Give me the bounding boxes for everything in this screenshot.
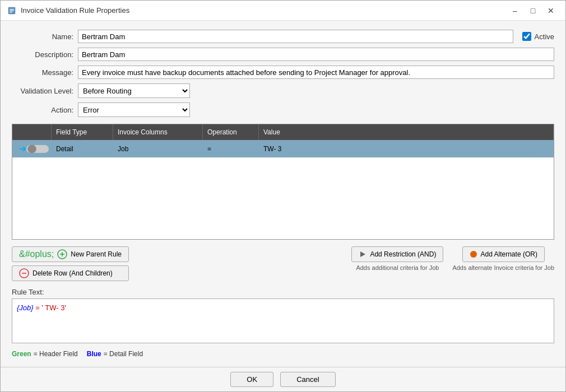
add-circle-icon [57,249,67,259]
cell-operation: = [203,140,259,157]
svg-rect-2 [10,10,14,11]
rules-grid: Field Type Invoice Columns Operation Val… [12,124,554,240]
row-arrow-icon: ➔ [19,143,26,154]
close-button[interactable]: ✕ [543,5,559,16]
description-row: Description: [12,48,554,61]
action-row: Action: Error Warning Information [12,102,554,117]
legend-row: Green = Header Field Blue = Detail Field [12,350,554,358]
description-label: Description: [12,50,73,59]
window-icon [7,6,16,15]
delete-circle-icon [19,268,29,278]
play-icon [359,250,366,258]
table-row[interactable]: ➔ Detail Job = [12,140,554,158]
legend-green-desc: = Header Field [34,350,78,358]
col-header-field-type: Field Type [52,124,113,140]
ok-button[interactable]: OK [230,372,273,387]
grid-body: ➔ Detail Job = [12,140,554,239]
name-input[interactable] [78,30,513,43]
cell-value: TW- 3 [259,140,554,157]
add-restriction-button[interactable]: Add Restriction (AND) [351,246,443,262]
add-alternate-button[interactable]: Add Alternate (OR) [462,246,545,262]
rule-text-label: Rule Text: [12,288,554,296]
message-label: Message: [12,68,73,77]
legend-blue-color: Blue [87,350,101,358]
form-content: Name: Active Description: Message: Valid… [1,21,565,367]
rule-text-section: Rule Text: {Job} = ' TW- 3' [12,288,554,343]
col-header-operation: Operation [203,124,259,140]
window-title: Invoice Validation Rule Properties [21,6,129,15]
cell-field-type: Detail [52,140,113,157]
col-header-indent [12,124,52,140]
active-checkbox[interactable] [522,32,531,41]
name-label: Name: [12,32,73,41]
name-row: Name: Active [12,30,554,43]
rule-job-token: {Job} [17,304,34,312]
validation-level-select[interactable]: Before Routing After Routing Before Appr… [78,83,190,98]
col-header-value: Value [259,124,554,140]
svg-rect-3 [10,12,12,12]
message-row: Message: [12,66,554,79]
maximize-button[interactable]: □ [525,5,541,16]
validation-level-row: Validation Level: Before Routing After R… [12,83,554,98]
cell-invoice-columns: Job [113,140,203,157]
action-buttons-row: &#oplus; New Parent Rule Delete Row (And… [12,246,554,281]
legend-green-color: Green [12,350,31,358]
validation-level-label: Validation Level: [12,87,73,95]
svg-point-10 [470,251,477,258]
toggle-icon [26,145,49,153]
message-input[interactable] [78,66,554,79]
footer: OK Cancel [1,367,565,391]
active-label: Active [535,32,554,41]
cancel-button[interactable]: Cancel [280,372,335,387]
rule-operator: = ' [35,304,43,312]
col-header-invoice-columns: Invoice Columns [113,124,203,140]
main-window: Invoice Validation Rule Properties – □ ✕… [0,0,566,392]
delete-row-button[interactable]: Delete Row (And Children) [12,265,129,281]
legend-blue-desc: = Detail Field [104,350,143,358]
new-parent-rule-button[interactable]: &#oplus; New Parent Rule [12,246,129,262]
minimize-button[interactable]: – [507,5,523,16]
rule-text-box: {Job} = ' TW- 3' [12,298,554,343]
rule-value: TW- 3' [45,304,66,312]
grid-header: Field Type Invoice Columns Operation Val… [12,124,554,140]
svg-rect-1 [10,9,14,10]
title-bar: Invoice Validation Rule Properties – □ ✕ [1,1,565,21]
action-label: Action: [12,106,73,114]
description-input[interactable] [78,48,554,61]
plus-circle-icon: &#oplus; [19,249,54,259]
add-alternate-hint: Adds alternate Invoice criteria for Job [452,264,554,271]
cell-indent: ➔ [12,140,52,157]
orange-circle-icon [470,250,477,258]
svg-marker-9 [360,251,365,257]
action-select[interactable]: Error Warning Information [78,102,190,117]
add-restriction-hint: Adds additional criteria for Job [356,264,439,271]
